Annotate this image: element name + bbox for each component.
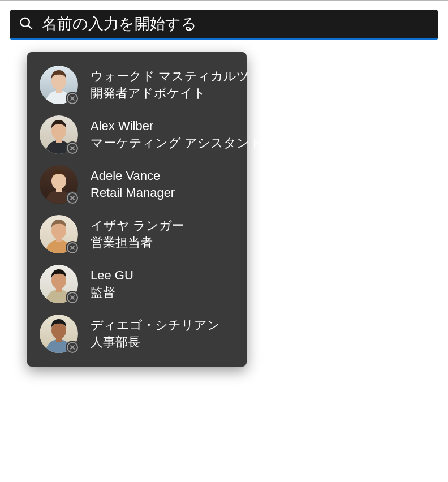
search-bar[interactable]	[10, 10, 438, 40]
avatar	[40, 66, 78, 104]
presence-offline-icon	[66, 141, 79, 155]
people-dropdown: ウォークド マスティカルツ 開発者アドボケイト Alex Wilber マーケテ…	[27, 52, 247, 367]
person-name: ディエゴ・シチリアン	[91, 317, 220, 334]
presence-offline-icon	[66, 241, 79, 255]
person-role: 人事部長	[91, 334, 220, 351]
people-picker-item[interactable]: ディエゴ・シチリアン 人事部長	[27, 309, 247, 359]
people-picker-item[interactable]: イザヤ ランガー 営業担当者	[27, 209, 247, 259]
svg-point-0	[21, 18, 29, 26]
person-name: Adele Vance	[91, 167, 175, 184]
people-picker-item[interactable]: Alex Wilber マーケティング アシスタント	[27, 110, 247, 160]
people-picker-item[interactable]: Adele Vance Retail Manager	[27, 160, 247, 209]
person-role: 営業担当者	[91, 234, 184, 251]
person-name: ウォークド マスティカルツ	[91, 68, 236, 85]
svg-line-1	[28, 25, 32, 29]
search-icon	[18, 15, 34, 33]
presence-offline-icon	[66, 341, 79, 354]
person-role: Retail Manager	[91, 184, 175, 201]
avatar	[40, 315, 78, 353]
people-picker-item[interactable]: Lee GU 監督	[27, 259, 247, 309]
avatar	[40, 215, 78, 253]
avatar	[40, 115, 78, 154]
presence-offline-icon	[66, 92, 79, 105]
people-picker-item[interactable]: ウォークド マスティカルツ 開発者アドボケイト	[27, 60, 247, 110]
person-role: 開発者アドボケイト	[91, 85, 236, 102]
presence-offline-icon	[66, 291, 79, 304]
person-role: 監督	[91, 284, 133, 301]
avatar	[40, 165, 78, 204]
person-name: Lee GU	[91, 267, 133, 284]
top-divider	[0, 0, 448, 1]
person-name: イザヤ ランガー	[91, 217, 184, 234]
search-input[interactable]	[34, 15, 430, 33]
person-role: マーケティング アシスタント	[91, 135, 236, 152]
avatar	[40, 265, 78, 303]
person-name: Alex Wilber	[91, 118, 236, 135]
presence-offline-icon	[66, 191, 79, 205]
